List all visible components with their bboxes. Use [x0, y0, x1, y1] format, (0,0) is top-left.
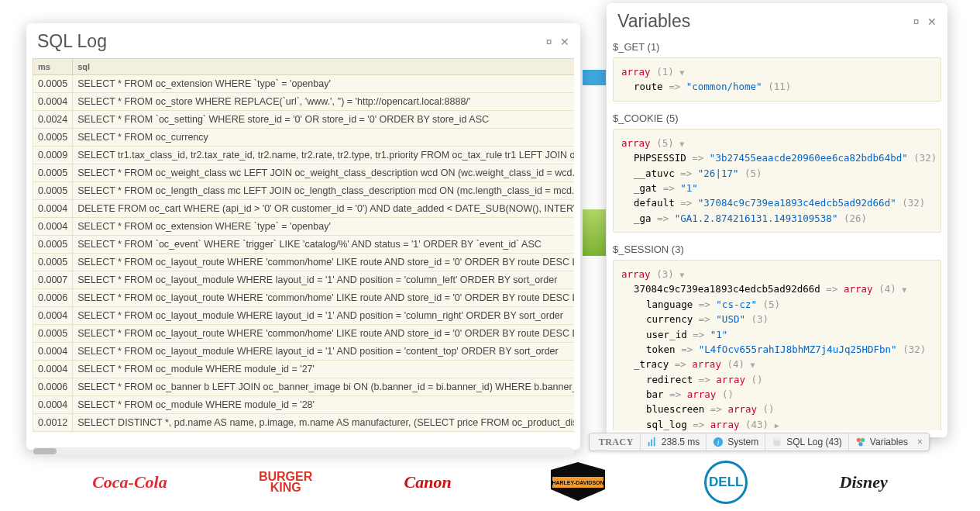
table-row: 0.0006SELECT * FROM oc_layout_route WHER… [33, 289, 575, 307]
close-icon[interactable]: ✕ [927, 16, 937, 28]
section-get-title: $_GET (1) [613, 41, 941, 53]
collapse-icon[interactable]: ▼ [902, 284, 906, 296]
collapse-icon[interactable]: ▼ [679, 67, 684, 79]
table-row: 0.0005SELECT * FROM oc_layout_route WHER… [33, 254, 575, 271]
cell-sql: SELECT * FROM oc_weight_class wc LEFT JO… [73, 164, 574, 182]
cell-ms: 0.0005 [33, 325, 73, 343]
close-icon[interactable]: ✕ [560, 36, 569, 48]
table-row: 0.0004SELECT * FROM oc_module WHERE modu… [33, 361, 575, 378]
brand-harleydavidson[interactable]: HARLEY-DAVIDSON [543, 458, 613, 506]
background-stripe [583, 70, 606, 85]
table-row: 0.0005SELECT * FROM oc_currency [33, 129, 575, 147]
brand-cocacola[interactable]: Coca-Cola [92, 472, 167, 492]
table-row: 0.0005SELECT * FROM oc_weight_class wc L… [33, 164, 575, 182]
cell-sql: SELECT * FROM oc_banner b LEFT JOIN oc_b… [73, 378, 574, 396]
table-row: 0.0005SELECT * FROM `oc_event` WHERE `tr… [33, 236, 575, 254]
cell-ms: 0.0004 [33, 200, 73, 218]
cell-ms: 0.0005 [33, 129, 73, 147]
svg-rect-1 [651, 440, 652, 447]
table-row: 0.0004SELECT * FROM oc_extension WHERE `… [33, 218, 575, 236]
cell-ms: 0.0004 [33, 396, 73, 414]
cell-sql: SELECT * FROM oc_module WHERE module_id … [73, 396, 574, 414]
cell-ms: 0.0004 [33, 361, 73, 378]
tracy-system[interactable]: i System [706, 433, 765, 451]
background-decoration [583, 209, 606, 256]
variables-scroll[interactable]: $_GET (1) array (1) ▼ route => "common/h… [613, 38, 941, 430]
collapse-icon[interactable]: ▼ [679, 269, 684, 281]
brand-dell[interactable]: DELL [704, 461, 748, 504]
cell-ms: 0.0007 [33, 271, 73, 289]
cell-sql: SELECT * FROM oc_layout_route WHERE 'com… [73, 325, 574, 343]
cell-sql: SELECT * FROM oc_currency [73, 129, 574, 147]
table-row: 0.0004SELECT * FROM oc_layout_module WHE… [33, 307, 575, 325]
dump-session: array (3) ▼ 37084c9c739ea1893c4edcb5ad92… [613, 260, 941, 430]
cell-ms: 0.0005 [33, 75, 73, 93]
sql-log-header[interactable]: SQL Log ¤ ✕ [26, 23, 580, 58]
svg-point-8 [861, 438, 865, 442]
cell-ms: 0.0004 [33, 307, 73, 325]
tracy-debug-bar[interactable]: TRACY 238.5 ms i System SQL Log (43) Var… [589, 433, 930, 451]
cell-sql: SELECT DISTINCT *, pd.name AS name, p.im… [73, 414, 574, 432]
tracy-variables[interactable]: Variables [848, 433, 914, 451]
cell-sql: SELECT * FROM oc_layout_module WHERE lay… [73, 307, 574, 325]
table-row: 0.0004SELECT * FROM oc_module WHERE modu… [33, 396, 575, 414]
database-icon [772, 437, 782, 447]
table-row: 0.0005SELECT * FROM oc_extension WHERE `… [33, 75, 575, 93]
cell-sql: SELECT * FROM oc_layout_route WHERE 'com… [73, 254, 574, 271]
variables-title: Variables [617, 11, 690, 32]
dump-get: array (1) ▼ route => "common/home" (11) [613, 57, 941, 102]
brand-carousel: Coca-Cola BURGERKING Canon HARLEY-DAVIDS… [46, 453, 934, 511]
cell-sql: SELECT * FROM oc_extension WHERE `type` … [73, 218, 574, 236]
close-icon[interactable]: × [914, 437, 926, 447]
table-row: 0.0005SELECT * FROM oc_length_class mc L… [33, 182, 575, 200]
tracy-logo[interactable]: TRACY [593, 433, 640, 451]
cell-sql: SELECT * FROM oc_store WHERE REPLACE(`ur… [73, 93, 574, 111]
svg-point-9 [858, 442, 862, 446]
variables-header[interactable]: Variables ¤ ✕ [607, 3, 947, 38]
cell-ms: 0.0005 [33, 236, 73, 254]
tracy-time[interactable]: 238.5 ms [640, 433, 706, 451]
tracy-sql-log[interactable]: SQL Log (43) [765, 433, 848, 451]
svg-point-7 [857, 438, 861, 442]
cell-ms: 0.0024 [33, 111, 73, 129]
variables-icon [855, 437, 866, 447]
variables-panel: Variables ¤ ✕ $_GET (1) array (1) ▼ rout… [607, 3, 947, 437]
cell-sql: SELECT * FROM `oc_event` WHERE `trigger`… [73, 236, 574, 254]
cell-ms: 0.0005 [33, 164, 73, 182]
sql-log-table: ms sql 0.0005SELECT * FROM oc_extension … [33, 58, 574, 432]
sql-log-scroll[interactable]: ms sql 0.0005SELECT * FROM oc_extension … [33, 58, 574, 441]
table-row: 0.0007SELECT * FROM oc_layout_module WHE… [33, 271, 575, 289]
brand-burgerking[interactable]: BURGERKING [259, 471, 312, 492]
svg-rect-2 [654, 437, 655, 446]
table-row: 0.0009SELECT tr1.tax_class_id, tr2.tax_r… [33, 147, 575, 164]
cell-sql: SELECT * FROM oc_layout_module WHERE lay… [73, 271, 574, 289]
cell-sql: SELECT * FROM oc_layout_module WHERE lay… [73, 343, 574, 361]
cell-ms: 0.0005 [33, 182, 73, 200]
bars-icon [647, 437, 658, 447]
brand-disney[interactable]: Disney [840, 472, 888, 492]
sql-log-title: SQL Log [37, 31, 107, 52]
maximize-icon[interactable]: ¤ [546, 36, 552, 48]
brand-canon[interactable]: Canon [404, 472, 452, 492]
collapse-icon[interactable]: ▼ [751, 359, 755, 371]
dump-cookie: array (5) ▼ PHPSESSID => "3b27455eaacde2… [613, 129, 941, 233]
cell-sql: SELECT * FROM oc_layout_route WHERE 'com… [73, 289, 574, 307]
cell-ms: 0.0005 [33, 254, 73, 271]
cell-sql: SELECT * FROM oc_module WHERE module_id … [73, 361, 574, 378]
col-sql: sql [73, 59, 574, 75]
cell-sql: SELECT * FROM oc_length_class mc LEFT JO… [73, 182, 574, 200]
section-cookie-title: $_COOKIE (5) [613, 112, 941, 124]
svg-text:i: i [717, 438, 720, 447]
expand-icon[interactable]: ▶ [775, 420, 779, 430]
table-row: 0.0005SELECT * FROM oc_layout_route WHER… [33, 325, 575, 343]
cell-ms: 0.0006 [33, 378, 73, 396]
svg-rect-0 [648, 442, 650, 446]
maximize-icon[interactable]: ¤ [913, 16, 920, 28]
table-row: 0.0004DELETE FROM oc_cart WHERE (api_id … [33, 200, 575, 218]
collapse-icon[interactable]: ▼ [679, 138, 684, 150]
table-row: 0.0004SELECT * FROM oc_store WHERE REPLA… [33, 93, 575, 111]
cell-sql: SELECT tr1.tax_class_id, tr2.tax_rate_id… [73, 147, 574, 164]
table-row: 0.0006SELECT * FROM oc_banner b LEFT JOI… [33, 378, 575, 396]
info-icon: i [713, 437, 724, 447]
col-ms: ms [33, 59, 73, 75]
